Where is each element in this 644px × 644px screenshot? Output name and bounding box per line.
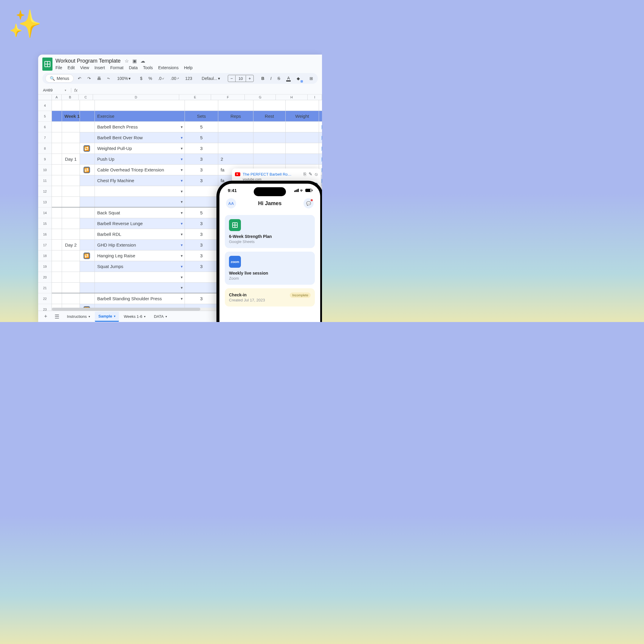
youtube-icon	[235, 172, 240, 176]
copy-link-icon[interactable]: ⎘	[304, 171, 306, 177]
menu-help[interactable]: Help	[184, 65, 193, 70]
chat-button[interactable]: 💬	[304, 198, 314, 208]
card-subtitle: Google Sheets	[229, 239, 311, 244]
status-badge: Incomplete	[290, 292, 311, 298]
menu-edit[interactable]: Edit	[68, 65, 75, 70]
all-sheets-button[interactable]: ☰	[52, 312, 62, 322]
bold-button[interactable]: B	[260, 75, 266, 82]
avatar[interactable]: AA	[226, 198, 236, 208]
sheet-tab-weeks[interactable]: Weeks 1-6 ▾	[120, 312, 149, 321]
menu-data[interactable]: Data	[129, 65, 138, 70]
paint-format-icon[interactable]: ᯓ	[105, 75, 113, 82]
signal-icon	[294, 189, 299, 192]
format-123-button[interactable]: 123	[183, 75, 194, 82]
add-sheet-button[interactable]: +	[41, 312, 50, 321]
dynamic-island	[254, 187, 286, 196]
title-bar: Workout Program Template ☆ ▣ ☁ File Edit…	[38, 55, 322, 71]
column-headers[interactable]: A B C D E F G H I	[38, 95, 322, 100]
redo-icon[interactable]: ↷	[86, 75, 93, 82]
search-icon: 🔍	[50, 76, 55, 81]
card-subtitle: Zoom	[229, 276, 311, 281]
print-icon[interactable]: 🖶	[95, 75, 103, 82]
decrease-decimal-button[interactable]: .0↙	[156, 75, 166, 82]
italic-button[interactable]: I	[269, 75, 273, 82]
fill-color-button[interactable]: ◆	[295, 75, 302, 82]
toolbar: 🔍 Menus ↶ ↷ 🖶 ᯓ 100% ▾ $ % .0↙ .00↗ 123 …	[42, 73, 318, 84]
phone-mockup: 9:41 ᯤ AA Hi James 💬 6-Week Strength Pla…	[216, 181, 322, 322]
star-icon[interactable]: ☆	[125, 58, 129, 64]
percent-button[interactable]: %	[147, 75, 154, 82]
sheet-tab-instructions[interactable]: Instructions ▾	[64, 312, 94, 321]
font-dropdown[interactable]: Defaul... ▾	[200, 75, 222, 82]
superset-icon: 🔁	[83, 145, 90, 152]
edit-link-icon[interactable]: ✎	[309, 171, 312, 177]
menu-format[interactable]: Format	[110, 65, 123, 70]
menu-tools[interactable]: Tools	[143, 65, 153, 70]
greeting: Hi James	[258, 200, 281, 207]
clock: 9:41	[228, 188, 237, 193]
increase-decimal-button[interactable]: .00↗	[169, 75, 181, 82]
sparkles-decoration: ✨	[8, 8, 42, 40]
cloud-status-icon[interactable]: ☁	[140, 58, 145, 64]
menu-view[interactable]: View	[80, 65, 89, 70]
undo-icon[interactable]: ↶	[76, 75, 83, 82]
row-numbers[interactable]: 456789101112131415161718192021222324	[38, 100, 52, 322]
menu-file[interactable]: File	[55, 65, 62, 70]
app-body: 6-Week Strength Plan Google Sheets zoom …	[219, 213, 320, 309]
app-header: AA Hi James 💬	[219, 194, 320, 213]
increase-font-button[interactable]: +	[246, 75, 253, 82]
superset-icon: 🔁	[83, 167, 90, 173]
zoom-icon: zoom	[229, 256, 241, 268]
menu-extensions[interactable]: Extensions	[158, 65, 178, 70]
name-box[interactable]: AH89▾	[41, 87, 68, 93]
sheet-tab-sample[interactable]: Sample ▾	[95, 312, 119, 322]
sheet-tab-data[interactable]: DATA ▾	[150, 312, 171, 321]
wifi-icon: ᯤ	[300, 188, 304, 193]
currency-button[interactable]: $	[138, 75, 144, 82]
unlink-icon[interactable]: ⦸	[315, 171, 318, 177]
menus-search-label: Menus	[57, 76, 69, 81]
superset-icon: 🔁	[83, 253, 90, 259]
card-title: Weekly live session	[229, 271, 311, 275]
borders-button[interactable]: ⊞	[308, 75, 315, 82]
fx-icon: fx	[71, 88, 78, 93]
battery-icon	[305, 189, 312, 192]
card-title: 6-Week Strength Plan	[229, 234, 311, 239]
card-checkin[interactable]: Incomplete Check-in Created Jul 17, 2023	[225, 288, 315, 306]
zoom-dropdown[interactable]: 100% ▾	[115, 75, 132, 82]
menus-search[interactable]: 🔍 Menus	[45, 74, 74, 83]
menu-insert[interactable]: Insert	[95, 65, 105, 70]
card-strength-plan[interactable]: 6-Week Strength Plan Google Sheets	[225, 215, 315, 248]
decrease-font-button[interactable]: −	[228, 75, 235, 82]
menu-bar: File Edit View Insert Format Data Tools …	[55, 65, 193, 71]
font-size-value[interactable]: 10	[235, 75, 246, 82]
font-size-stepper[interactable]: − 10 +	[228, 75, 254, 82]
namebox-row: AH89▾ fx	[38, 86, 322, 95]
move-icon[interactable]: ▣	[132, 58, 137, 64]
text-color-button[interactable]: A	[284, 75, 292, 83]
merge-button[interactable]: ⇲	[317, 75, 318, 82]
preview-title[interactable]: The PERFECT Barbell Ro…	[243, 172, 301, 177]
strikethrough-button[interactable]: S	[276, 75, 282, 82]
document-title[interactable]: Workout Program Template	[55, 58, 120, 64]
sheets-logo-icon[interactable]	[42, 58, 52, 71]
card-subtitle: Created Jul 17, 2023	[229, 298, 311, 302]
sheets-icon	[229, 219, 241, 231]
card-zoom[interactable]: zoom Weekly live session Zoom	[225, 252, 315, 285]
